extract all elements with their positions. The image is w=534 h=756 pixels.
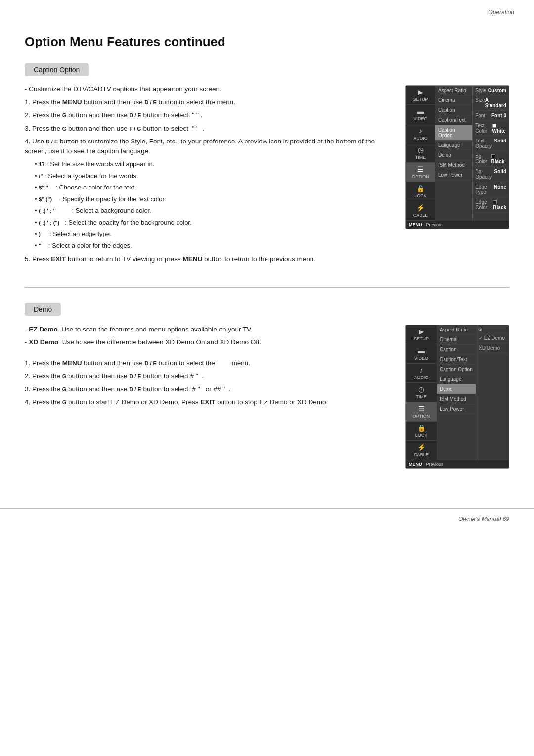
demo-bottom-bar: MENU Previous: [406, 460, 509, 468]
d-sidebar-audio: ♪ AUDIO: [406, 364, 437, 383]
mid-demo: Demo: [435, 150, 472, 160]
audio-icon: ♪: [419, 127, 422, 135]
demo-section-label: Demo: [25, 303, 61, 316]
right-edgecolor: Edge Color Black: [473, 197, 509, 213]
font-value: Font 0: [491, 113, 506, 118]
caption-step-2: 2. Press the G button and then use D / E…: [25, 110, 391, 120]
caption-bullets: 17 : Set the size the words will appear …: [25, 159, 391, 250]
caption-section-label: Caption Option: [25, 63, 89, 76]
d-mid-captiontext: Caption/Text: [437, 355, 476, 365]
sidebar-time: ◷ TIME: [406, 143, 435, 163]
option-label: OPTION: [412, 174, 429, 179]
video-label: VIDEO: [414, 116, 428, 121]
d-option-icon: ☰: [418, 405, 425, 413]
main-title: Option Menu Features continued: [25, 34, 509, 49]
d-setup-label: SETUP: [414, 336, 429, 341]
d-lock-label: LOCK: [415, 433, 428, 438]
demo-menu-body: ▶ SETUP ▬ VIDEO ♪ AUDIO ◷: [406, 325, 509, 460]
caption-step-4: 4. Use D / E button to customize the Sty…: [25, 137, 391, 157]
audio-label: AUDIO: [413, 136, 428, 141]
ezdemo-label: ✓ EZ Demo: [479, 335, 505, 341]
lock-label: LOCK: [414, 193, 427, 198]
demo-menu-middle: Aspect Ratio Cinema Caption Caption/Text…: [437, 325, 476, 460]
d-mid-lowpower: Low Power: [437, 404, 476, 414]
d-menu-key: MENU: [409, 462, 422, 467]
page-content: Option Menu Features continued Caption O…: [0, 19, 534, 508]
page-number: Owner's Manual 69: [458, 516, 509, 522]
textcolor-label: Text Color: [475, 123, 492, 134]
style-value: Custom: [488, 88, 506, 93]
page-header: Operation: [0, 0, 534, 19]
d-video-icon: ▬: [418, 347, 425, 355]
caption-text-col: - Customize the DTV/CADTV captions that …: [25, 85, 391, 268]
time-label: TIME: [415, 155, 426, 160]
demo-section: Demo - EZ Demo Use to scan the features …: [25, 303, 509, 469]
sidebar-audio: ♪ AUDIO: [406, 124, 435, 143]
cable-icon: ⚡: [416, 204, 425, 212]
mid-ism: ISM Method: [435, 160, 472, 170]
mid-cinema: Cinema: [435, 95, 472, 105]
demo-step-2: 2. Press the G button and then use D / E…: [25, 371, 391, 381]
sidebar-option: ☰ OPTION: [406, 163, 435, 182]
page-footer: Owner's Manual 69: [0, 508, 534, 529]
caption-steps: 1. Press the MENU button and then use D …: [25, 97, 391, 156]
bullet-size: 17 : Set the size the words will appear …: [35, 159, 391, 169]
bullet-edge-color: '' : Select a color for the edges.: [35, 241, 391, 251]
time-icon: ◷: [418, 146, 424, 154]
d-setup-icon: ▶: [419, 328, 424, 335]
demo-right-header-row: G: [476, 325, 509, 333]
d-audio-label: AUDIO: [414, 375, 429, 380]
d-lock-icon: 🔒: [417, 424, 426, 432]
lock-icon: 🔒: [416, 185, 425, 192]
white-swatch: [492, 124, 496, 128]
right-bgopacity: Bg Opacity Solid: [473, 167, 509, 182]
caption-bottom-bar: MENU Previous: [406, 221, 509, 229]
d-previous-label: Previous: [426, 462, 444, 467]
bgcolor-label: Bg Color: [475, 153, 491, 164]
demo-step-4: 4. Press the G button to start EZ Demo o…: [25, 397, 391, 407]
sidebar-video: ▬ VIDEO: [406, 105, 435, 124]
black-swatch1: [491, 154, 495, 158]
right-font: Font Font 0: [473, 111, 509, 121]
section-divider: [25, 287, 509, 288]
header-section: Operation: [488, 9, 514, 16]
textopacity-label: Text Opacity: [475, 138, 494, 149]
caption-intro: - Customize the DTV/CADTV captions that …: [25, 85, 391, 93]
option-icon: ☰: [417, 165, 424, 173]
right-textopacity: Text Opacity Solid: [473, 136, 509, 151]
edgecolor-value: Black: [493, 199, 506, 210]
demo-text-col: - EZ Demo Use to scan the features and m…: [25, 325, 391, 411]
d-sidebar-time: ◷ TIME: [406, 383, 437, 402]
bgopacity-label: Bg Opacity: [475, 169, 494, 180]
d-sidebar-cable: ⚡ CABLE: [406, 441, 437, 460]
caption-section: Caption Option - Customize the DTV/CADTV…: [25, 63, 509, 268]
demo-menu-right: G ✓ EZ Demo XD Demo: [476, 325, 509, 460]
d-cable-icon: ⚡: [417, 443, 426, 451]
font-label: Font: [475, 113, 485, 118]
caption-menu-left: ▶ SETUP ▬ VIDEO ♪ AUDIO ◷: [406, 86, 435, 221]
demo-steps: 1. Press the MENU button and then use D …: [25, 358, 391, 407]
d-sidebar-video: ▬ VIDEO: [406, 344, 437, 364]
demo-menu-left: ▶ SETUP ▬ VIDEO ♪ AUDIO ◷: [406, 325, 437, 460]
right-textcolor: Text Color White: [473, 121, 509, 136]
d-video-label: VIDEO: [414, 356, 428, 361]
textopacity-value: Solid: [494, 138, 506, 149]
caption-menu-screenshot: ▶ SETUP ▬ VIDEO ♪ AUDIO ◷: [405, 85, 509, 229]
style-label: Style: [475, 88, 486, 93]
bullet-bg-color: ( :( ' ; '' : Select a background color.: [35, 206, 391, 216]
xddemo-label: XD Demo: [479, 345, 500, 351]
d-mid-language: Language: [437, 375, 476, 384]
size-value: A Standard: [485, 97, 506, 108]
demo-menu-screenshot: ▶ SETUP ▬ VIDEO ♪ AUDIO ◷: [405, 325, 509, 469]
demo-xd-bullet: - XD Demo Use to see the difference betw…: [25, 337, 391, 347]
setup-label: SETUP: [413, 97, 428, 102]
caption-menu-body: ▶ SETUP ▬ VIDEO ♪ AUDIO ◷: [406, 86, 509, 221]
d-mid-ism: ISM Method: [437, 394, 476, 404]
demo-right-xddemo: XD Demo: [476, 343, 509, 353]
mid-caption: Caption: [435, 105, 472, 115]
demo-bullets: - EZ Demo Use to scan the features and m…: [25, 325, 391, 348]
edgecolor-label: Edge Color: [475, 199, 493, 210]
caption-step-1: 1. Press the MENU button and then use D …: [25, 97, 391, 107]
edgetype-label: Edge Type: [475, 184, 494, 195]
previous-label: Previous: [426, 222, 444, 227]
